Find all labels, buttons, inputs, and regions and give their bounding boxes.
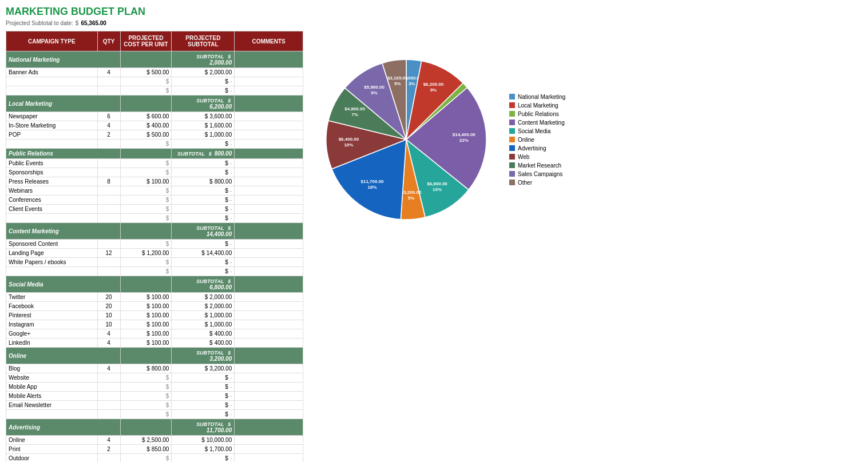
item-qty (97, 168, 120, 177)
item-subtotal: $- (172, 168, 235, 177)
item-name: Banner Ads (6, 68, 98, 77)
col-header-comments: COMMENTS (235, 31, 303, 51)
item-qty: 10 (97, 320, 120, 329)
item-qty: 10 (97, 311, 120, 320)
item-comment (235, 249, 303, 258)
legend-label: Local Marketing (518, 102, 558, 109)
legend-color (509, 154, 515, 160)
item-subtotal: $- (172, 196, 235, 205)
legend-label: Content Marketing (518, 120, 565, 126)
item-comment (235, 214, 303, 223)
item-qty (97, 159, 120, 168)
item-name: LinkedIn (6, 338, 98, 348)
item-subtotal: $2,000.00 (172, 302, 235, 311)
data-row: Conferences $ $- (6, 196, 303, 205)
item-cost: $ (120, 168, 172, 177)
item-name: Pinterest (6, 311, 98, 320)
data-row: Webinars $ $- (6, 186, 303, 196)
item-cost: $100.00 (120, 320, 172, 329)
category-row: Content Marketing SUBTOTAL $ 14,400.00 (6, 223, 303, 240)
legend-color (509, 102, 515, 108)
item-qty (97, 86, 120, 95)
category-name: Local Marketing (6, 95, 121, 112)
item-subtotal: $1,600.00 (172, 121, 235, 130)
data-row: Banner Ads 4 $500.00 $2,000.00 (6, 68, 303, 77)
item-cost: $800.00 (120, 364, 172, 373)
item-name: POP (6, 130, 98, 140)
item-cost: $100.00 (120, 293, 172, 302)
category-row: National Marketing SUBTOTAL $ 2,000.00 (6, 51, 303, 68)
item-comment (235, 205, 303, 214)
item-name: Public Events (6, 159, 98, 168)
item-subtotal: $- (172, 86, 235, 95)
data-row: Sponsored Content $ $- (6, 240, 303, 249)
legend-item: Advertising (509, 145, 565, 152)
item-cost: $ (120, 214, 172, 223)
data-row: Sponsorships $ $- (6, 168, 303, 177)
item-name: Mobile Alerts (6, 392, 98, 401)
item-name: Facebook (6, 302, 98, 311)
item-subtotal: $- (172, 159, 235, 168)
legend-item: Social Media (509, 128, 565, 134)
item-qty (97, 258, 120, 267)
item-name: Instagram (6, 320, 98, 329)
data-row: Website $ $- (6, 373, 303, 383)
item-cost: $1,200.00 (120, 249, 172, 258)
category-subtotal: SUBTOTAL $ 3,200.00 (172, 348, 235, 364)
item-qty (97, 401, 120, 410)
legend-item: National Marketing (509, 94, 565, 100)
item-name: Online (6, 436, 98, 445)
item-comment (235, 401, 303, 410)
item-cost: $ (120, 454, 172, 463)
item-comment (235, 338, 303, 348)
data-row: Twitter 20 $100.00 $2,000.00 (6, 293, 303, 302)
currency-symbol: $ (76, 20, 79, 26)
item-name (6, 140, 98, 149)
item-cost: $ (120, 258, 172, 267)
item-cost: $100.00 (120, 329, 172, 338)
data-row: $ $- (6, 410, 303, 419)
pie-chart: $2,000.003%$6,200.009%$14,400.0022%$6,80… (315, 48, 498, 231)
data-row: Facebook 20 $100.00 $2,000.00 (6, 302, 303, 311)
item-qty: 4 (97, 436, 120, 445)
item-qty (97, 240, 120, 249)
item-comment (235, 364, 303, 373)
item-name: White Papers / ebooks (6, 258, 98, 267)
item-comment (235, 445, 303, 454)
category-subtotal: SUBTOTAL $ 14,400.00 (172, 223, 235, 240)
item-name (6, 77, 98, 86)
legend-color (509, 137, 515, 142)
data-row: In-Store Marketing 4 $400.00 $1,600.00 (6, 121, 303, 130)
chart-legend: National Marketing Local Marketing Publi… (509, 94, 565, 186)
data-row: White Papers / ebooks $ $- (6, 258, 303, 267)
item-cost: $ (120, 392, 172, 401)
item-subtotal: $- (172, 258, 235, 267)
pie-chart-svg: $2,000.003%$6,200.009%$14,400.0022%$6,80… (315, 48, 498, 231)
item-name: Newspaper (6, 112, 98, 121)
data-row: Mobile Alerts $ $- (6, 392, 303, 401)
legend-item: Online (509, 137, 565, 143)
item-comment (235, 130, 303, 140)
item-qty (97, 373, 120, 383)
item-comment (235, 320, 303, 329)
item-subtotal: $3,200.00 (172, 364, 235, 373)
item-subtotal: $1,700.00 (172, 445, 235, 454)
item-qty: 20 (97, 293, 120, 302)
item-comment (235, 383, 303, 392)
item-subtotal: $400.00 (172, 329, 235, 338)
item-cost: $400.00 (120, 121, 172, 130)
data-row: Instagram 10 $100.00 $1,000.00 (6, 320, 303, 329)
item-cost: $ (120, 86, 172, 95)
item-name (6, 214, 98, 223)
item-name: Landing Page (6, 249, 98, 258)
legend-color (509, 145, 515, 151)
data-row: POP 2 $500.00 $1,000.00 (6, 130, 303, 140)
legend-label: Advertising (518, 145, 546, 152)
category-name: Public Relations (6, 149, 121, 159)
data-row: Public Events $ $- (6, 159, 303, 168)
item-cost: $ (120, 196, 172, 205)
item-subtotal: $- (172, 77, 235, 86)
item-subtotal: $- (172, 140, 235, 149)
item-cost: $ (120, 383, 172, 392)
item-subtotal: $400.00 (172, 338, 235, 348)
